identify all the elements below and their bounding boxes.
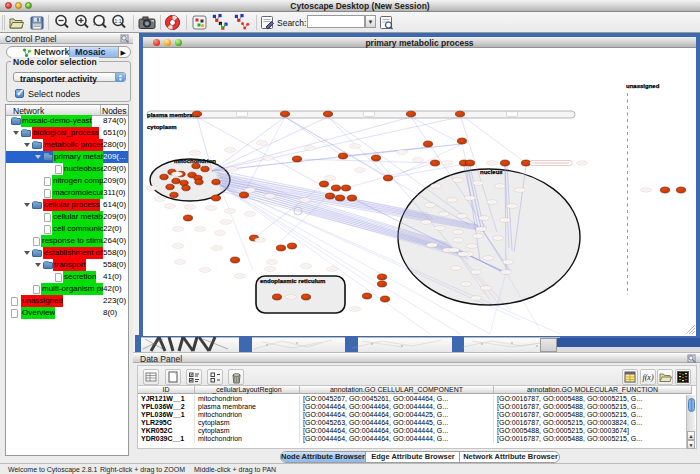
svg-text:cytoplasm: cytoplasm bbox=[147, 124, 177, 130]
svg-text:1:1: 1:1 bbox=[115, 18, 122, 24]
svg-text:f(x): f(x) bbox=[642, 373, 653, 382]
svg-text:nucleus: nucleus bbox=[480, 169, 503, 175]
svg-text:unassigned: unassigned bbox=[626, 83, 660, 89]
svg-text:endoplasmic reticulum: endoplasmic reticulum bbox=[260, 278, 325, 284]
